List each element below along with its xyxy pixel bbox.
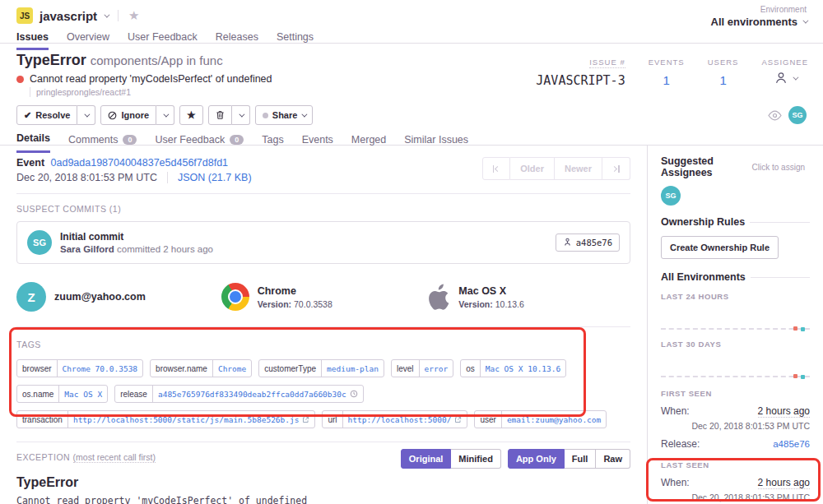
tag-value-link[interactable]: medium-plan [321,360,384,377]
delete-dropdown-button[interactable] [232,105,250,125]
commit-sha-button[interactable]: a485e76 [556,234,620,252]
event-pagination: Older Newer [482,157,630,180]
assignee-dropdown[interactable] [761,72,808,85]
user-avatar: Z [16,282,46,312]
tag-key: customerType [259,360,321,377]
commit-card: SG Initial commit Sara Gilford committed… [16,221,630,264]
apple-icon [425,283,450,311]
newer-event-button[interactable]: Newer [555,157,602,180]
share-label: Share [272,110,298,120]
issue-header: TypeError components/App in func Cannot … [0,44,823,146]
oldest-event-button[interactable] [482,157,511,180]
environment-label: Environment [711,5,807,14]
clock-icon [350,390,358,398]
version-label: Version: [458,299,492,309]
user-icon [774,72,788,85]
older-event-button[interactable]: Older [510,157,555,180]
event-json-link[interactable]: JSON (21.7 KB) [178,172,252,183]
users-label: USERS [708,58,739,67]
issue-culprit: components/App in func [91,53,223,67]
sparkline-30d [661,351,810,377]
event-id-link[interactable]: 0ad9ada198704004837e5d456f7d8fd1 [51,157,229,169]
tag-value-link[interactable]: a485e765976df833490deab2ffca0dd7a660b30c [152,386,363,402]
tag-key: transaction [17,411,67,428]
share-status-dot [263,113,268,118]
tag-value-link[interactable]: email:zuum@yahoo.com [501,411,606,428]
toggle-raw[interactable]: Raw [596,449,630,469]
spark-dot-teal [801,375,805,379]
tag-level: levelerror [391,359,453,377]
tag-key: release [115,386,152,402]
resolve-label: Resolve [35,110,70,120]
tag-key: url [323,411,342,428]
tag-value-link[interactable]: error [419,360,453,377]
share-button[interactable]: Share [255,105,314,125]
tag-release: releasea485e765976df833490deab2ffca0dd7a… [114,385,364,403]
tag-value-link[interactable]: Mac OS X 10.13.6 [480,360,566,377]
external-link-icon [302,416,309,423]
tag-key: browser.name [151,360,212,377]
commit-meta: committed 2 hours ago [117,244,213,254]
environment-selector[interactable]: All environments [711,16,807,28]
top-bar: JS javascript ★ Environment All environm… [0,0,823,44]
commit-author: Sara Gilford [60,244,114,254]
chevron-down-icon[interactable] [104,12,109,17]
exception-message: Cannot read property 'myCodeIsPerfect' o… [16,495,630,504]
suggested-assignees-title: Suggested Assignees [661,155,747,178]
chevron-down-icon [163,111,169,117]
when-label: When: [661,405,690,417]
toggle-app-only[interactable]: App Only [508,449,565,469]
tag-value-link[interactable]: http://localhost:5000/ [342,411,467,428]
spark-dot-red [793,374,797,378]
environment-value: All environments [711,16,797,28]
browser-version: 70.0.3538 [294,299,332,309]
sparkline-24h [661,303,810,330]
project-selector[interactable]: javascript [40,9,97,23]
tab-label: Details [16,132,50,144]
suggested-assignee-avatar[interactable]: SG [661,186,681,206]
tag-value-link[interactable]: Mac OS X [58,386,107,402]
check-icon: ✔ [24,110,31,121]
suggested-assignees-hint: Click to assign [752,163,805,172]
delete-button[interactable] [208,105,232,125]
event-date: Dec 20, 2018 8:01:53 PM UTC [16,172,157,183]
ignore-dropdown-button[interactable] [156,105,174,125]
tag-customer-type: customerTypemedium-plan [258,359,384,377]
first-seen-label: FIRST SEEN [661,389,810,398]
create-ownership-rule-button[interactable]: Create Ownership Rule [661,236,779,259]
user-email: zuum@yahoo.com [54,291,146,303]
toggle-minified[interactable]: Minified [451,449,501,469]
subscribe-eye-icon[interactable] [768,110,782,121]
tag-value-link[interactable]: Chrome [212,360,251,377]
tab-label: Comments [68,134,118,146]
issue-sidebar: Suggested Assignees Click to assign SG O… [648,146,823,504]
resolve-dropdown-button[interactable] [77,105,95,125]
assignee-label: ASSIGNEE [761,58,808,67]
ignore-button[interactable]: Ignore [100,105,156,125]
newest-event-button[interactable] [602,157,630,180]
toggle-full[interactable]: Full [565,449,597,469]
issue-annotation[interactable]: pringlesprongles/react#1 [30,87,807,97]
chevron-down-icon [85,111,91,117]
tab-label: Similar Issues [404,134,468,146]
tag-browser: browserChrome 70.0.3538 [16,359,143,377]
divider [118,10,119,21]
toggle-original[interactable]: Original [401,449,452,469]
last-24-hours-label: LAST 24 HOURS [661,292,810,301]
bookmark-star-icon[interactable]: ★ [128,8,139,23]
events-count-link[interactable]: 1 [649,73,685,87]
star-button[interactable]: ★ [179,105,203,125]
tag-transaction: transactionhttp://localhost:5000/static/… [16,410,315,428]
tag-value-link[interactable]: Chrome 70.0.3538 [57,360,143,377]
tag-value-link[interactable]: http://localhost:5000/static/js/main.5b8… [67,411,315,428]
first-seen-when: 2 hours ago [758,405,810,418]
exception-type: TypeError [16,475,630,490]
users-count-link[interactable]: 1 [708,73,739,87]
ownership-rules-title: Ownership Rules [661,216,745,228]
event-detail-main: Event 0ad9ada198704004837e5d456f7d8fd1 D… [0,146,648,504]
exception-subtitle: (most recent call first) [73,452,156,463]
resolve-button[interactable]: ✔Resolve [16,105,77,125]
chevron-down-icon [239,111,244,117]
tag-os-name: os.nameMac OS X [16,385,108,403]
first-seen-release-link[interactable]: a485e76 [773,439,810,449]
